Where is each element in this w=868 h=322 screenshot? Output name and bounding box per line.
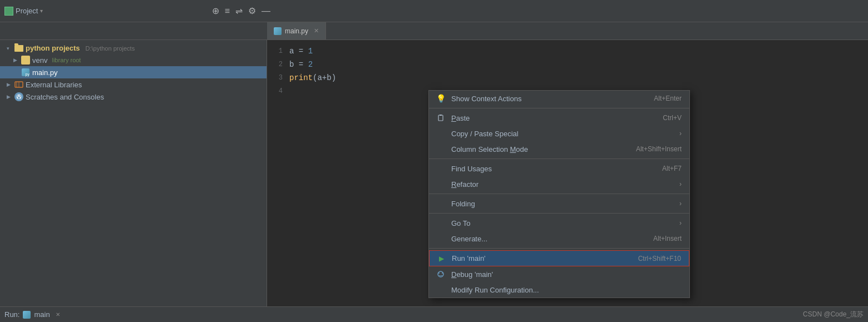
chevron-right-icon-scratches: ▶ bbox=[7, 94, 12, 100]
menu-separator-1 bbox=[429, 108, 689, 108]
menu-label-generate: Generate... bbox=[451, 235, 487, 243]
line-number-1: 1 bbox=[267, 47, 289, 55]
menu-label-folding: Folding bbox=[451, 200, 475, 208]
menu-label-show-context: Show Context Actions bbox=[451, 95, 521, 103]
toolbar-sync-icon[interactable]: ⇌ bbox=[234, 4, 244, 17]
tab-label: main.py bbox=[285, 27, 308, 35]
toolbar-add-icon[interactable]: ⊕ bbox=[211, 4, 220, 17]
top-bar: Project ▾ ⊕ ≡ ⇌ ⚙ — bbox=[0, 0, 868, 22]
run-label: Run: bbox=[4, 310, 19, 319]
editor-line-3: 3 print(a+b) bbox=[267, 71, 868, 85]
menu-label-debug-main: Debug 'main' bbox=[451, 270, 493, 279]
project-label[interactable]: Project ▾ bbox=[4, 7, 43, 16]
bottom-bar: Run: main ✕ CSDN @Code_流苏 bbox=[0, 306, 868, 322]
menu-item-column-selection[interactable]: Column Selection Mode Alt+Shift+Insert bbox=[429, 141, 689, 157]
menu-item-go-to[interactable]: Go To › bbox=[429, 215, 689, 231]
menu-item-paste[interactable]: Paste Ctrl+V bbox=[429, 110, 689, 126]
menu-item-debug-main[interactable]: Debug 'main' bbox=[429, 266, 689, 282]
submenu-arrow-copy-paste: › bbox=[679, 130, 682, 137]
menu-shortcut-generate: Alt+Insert bbox=[653, 235, 682, 242]
line-number-3: 3 bbox=[267, 74, 289, 82]
menu-separator-5 bbox=[429, 248, 689, 249]
svg-point-7 bbox=[438, 273, 440, 274]
sidebar-label-external-libraries: External Libraries bbox=[26, 81, 82, 89]
editor-line-1: 1 a = 1 bbox=[267, 44, 868, 58]
line-code-3: print(a+b) bbox=[289, 73, 336, 82]
line-code-1: a = 1 bbox=[289, 47, 313, 56]
menu-item-find-usages[interactable]: Find Usages Alt+F7 bbox=[429, 161, 689, 176]
submenu-arrow-go-to: › bbox=[679, 219, 682, 227]
menu-item-refactor[interactable]: Refactor › bbox=[429, 176, 689, 192]
editor-area[interactable]: 1 a = 1 2 b = 2 3 print bbox=[267, 40, 868, 306]
debug-icon bbox=[436, 269, 446, 279]
sidebar-path-python-projects: D:\python projects bbox=[86, 45, 135, 52]
tab-py-icon bbox=[274, 27, 282, 35]
library-icon bbox=[14, 80, 23, 89]
menu-item-folding[interactable]: Folding › bbox=[429, 196, 689, 211]
sidebar-item-main-py[interactable]: ▶ main.py bbox=[0, 66, 267, 78]
menu-item-generate[interactable]: Generate... Alt+Insert bbox=[429, 231, 689, 246]
toolbar-list-icon[interactable]: ≡ bbox=[224, 5, 231, 17]
menu-shortcut-column-selection: Alt+Shift+Insert bbox=[636, 145, 682, 153]
toolbar-settings-icon[interactable]: ⚙ bbox=[247, 4, 257, 17]
main-area: ▾ python projects D:\python projects ▶ v… bbox=[0, 40, 868, 306]
toolbar-minimize-icon[interactable]: — bbox=[260, 5, 272, 17]
run-tab-name: main bbox=[34, 310, 50, 319]
tab-main-py[interactable]: main.py ✕ bbox=[267, 22, 326, 39]
menu-item-copy-paste-special[interactable]: Copy / Paste Special › bbox=[429, 126, 689, 141]
menu-shortcut-paste: Ctrl+V bbox=[663, 114, 682, 122]
sidebar-library-root-label: library root bbox=[52, 57, 81, 63]
submenu-arrow-folding: › bbox=[679, 200, 682, 207]
sidebar-item-python-projects[interactable]: ▾ python projects D:\python projects bbox=[0, 42, 267, 54]
svg-rect-5 bbox=[440, 115, 442, 116]
menu-item-run-main[interactable]: ▶ Run 'main' Ctrl+Shift+F10 bbox=[429, 250, 689, 266]
chevron-right-icon: ▶ bbox=[13, 57, 19, 63]
sidebar: ▾ python projects D:\python projects ▶ v… bbox=[0, 40, 267, 306]
menu-label-paste: Paste bbox=[451, 114, 470, 122]
line-code-2: b = 2 bbox=[289, 60, 313, 69]
submenu-arrow-refactor: › bbox=[679, 180, 682, 188]
menu-label-go-to: Go To bbox=[451, 219, 470, 227]
sidebar-label-scratches: Scratches and Consoles bbox=[26, 93, 104, 101]
run-tab[interactable]: Run: main ✕ bbox=[4, 310, 60, 319]
sidebar-label-main-py: main.py bbox=[32, 68, 58, 77]
py-file-icon bbox=[21, 68, 30, 77]
menu-label-run-main: Run 'main' bbox=[452, 254, 486, 262]
menu-label-copy-paste-special: Copy / Paste Special bbox=[451, 130, 519, 138]
menu-shortcut-run-main: Ctrl+Shift+F10 bbox=[638, 255, 681, 262]
run-tab-close[interactable]: ✕ bbox=[56, 311, 60, 318]
menu-label-column-selection: Column Selection Mode bbox=[451, 145, 528, 153]
sidebar-item-scratches[interactable]: ▶ Scratches and Consoles bbox=[0, 91, 267, 103]
menu-label-find-usages: Find Usages bbox=[451, 165, 492, 173]
venv-folder-icon bbox=[21, 56, 30, 65]
sidebar-item-venv[interactable]: ▶ venv library root bbox=[0, 54, 267, 66]
top-bar-left: Project ▾ ⊕ ≡ ⇌ ⚙ — bbox=[4, 4, 272, 17]
folder-icon bbox=[14, 45, 23, 52]
watermark: CSDN @Code_流苏 bbox=[803, 310, 864, 319]
menu-label-refactor: Refactor bbox=[451, 180, 479, 189]
chevron-right-icon-libs: ▶ bbox=[7, 82, 12, 87]
menu-separator-4 bbox=[429, 213, 689, 214]
sidebar-label-venv: venv bbox=[32, 56, 47, 65]
menu-separator-3 bbox=[429, 194, 689, 194]
tab-close-icon[interactable]: ✕ bbox=[314, 27, 319, 34]
sidebar-label-python-projects: python projects bbox=[26, 44, 80, 52]
context-menu: 💡 Show Context Actions Alt+Enter Paste C… bbox=[428, 90, 690, 298]
menu-item-modify-run-config[interactable]: Modify Run Configuration... bbox=[429, 282, 689, 298]
line-number-2: 2 bbox=[267, 61, 289, 68]
play-icon: ▶ bbox=[436, 254, 446, 264]
menu-shortcut-show-context: Alt+Enter bbox=[654, 95, 682, 102]
line-number-4: 4 bbox=[267, 87, 289, 95]
chevron-down-icon: ▾ bbox=[7, 46, 12, 51]
project-folder-icon bbox=[4, 7, 13, 16]
project-title: Project bbox=[16, 7, 38, 15]
menu-item-show-context[interactable]: 💡 Show Context Actions Alt+Enter bbox=[429, 91, 689, 106]
run-py-icon bbox=[23, 311, 31, 319]
menu-separator-2 bbox=[429, 158, 689, 159]
svg-rect-4 bbox=[438, 115, 443, 121]
sidebar-item-external-libraries[interactable]: ▶ External Libraries bbox=[0, 78, 267, 91]
editor-line-2: 2 b = 2 bbox=[267, 58, 868, 71]
menu-label-modify-run-config: Modify Run Configuration... bbox=[451, 286, 539, 294]
project-dropdown-arrow[interactable]: ▾ bbox=[40, 8, 43, 14]
scratches-icon bbox=[14, 92, 23, 101]
